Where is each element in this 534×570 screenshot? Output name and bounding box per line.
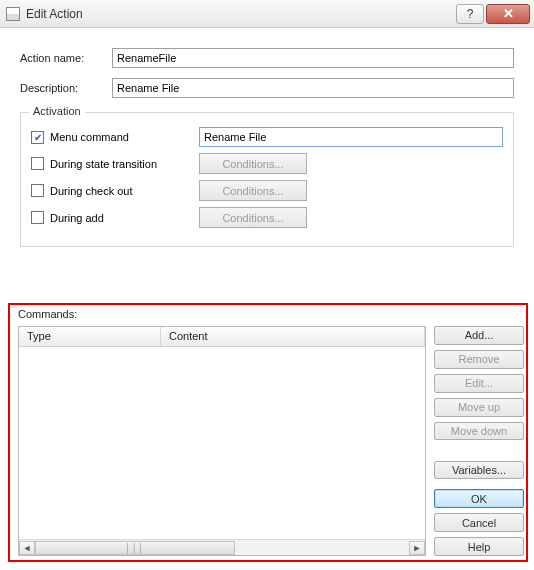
action-name-input[interactable] [112,48,514,68]
commands-table-header: Type Content [19,327,425,347]
commands-label: Commands: [18,308,524,320]
commands-area: Commands: Type Content ◄ │││ ► Add... R [12,308,524,556]
button-column: Add... Remove Edit... Move up Move down … [434,326,524,556]
during-add-label: During add [50,212,104,224]
titlebar-help-button[interactable]: ? [456,4,484,24]
scroll-thumb[interactable]: │││ [35,541,235,555]
menu-command-input[interactable] [199,127,503,147]
app-icon [6,7,20,21]
add-button[interactable]: Add... [434,326,524,345]
variables-button[interactable]: Variables... [434,461,524,480]
during-checkout-row: During check out Conditions... [31,180,503,201]
activation-legend: Activation [29,105,85,117]
scroll-track[interactable]: │││ [35,541,409,555]
horizontal-scrollbar[interactable]: ◄ │││ ► [19,539,425,555]
during-state-row: During state transition Conditions... [31,153,503,174]
during-state-label: During state transition [50,158,157,170]
title-bar: Edit Action ? ✕ [0,0,534,28]
edit-button[interactable]: Edit... [434,374,524,393]
menu-command-row: Menu command [31,127,503,147]
action-name-label: Action name: [20,52,112,64]
description-row: Description: [20,78,522,98]
description-label: Description: [20,82,112,94]
cancel-button[interactable]: Cancel [434,513,524,532]
activation-group: Activation Menu command During state tra… [20,112,514,247]
commands-table: Type Content ◄ │││ ► [18,326,426,556]
column-content[interactable]: Content [161,327,425,346]
scroll-left-arrow[interactable]: ◄ [19,541,35,555]
moveup-button[interactable]: Move up [434,398,524,417]
commands-table-body[interactable] [19,347,425,539]
during-add-checkbox[interactable] [31,211,44,224]
movedown-button[interactable]: Move down [434,422,524,441]
during-add-conditions-button[interactable]: Conditions... [199,207,307,228]
during-add-row: During add Conditions... [31,207,503,228]
titlebar-close-button[interactable]: ✕ [486,4,530,24]
during-checkout-checkbox[interactable] [31,184,44,197]
column-type[interactable]: Type [19,327,161,346]
ok-button[interactable]: OK [434,489,524,508]
during-checkout-conditions-button[interactable]: Conditions... [199,180,307,201]
remove-button[interactable]: Remove [434,350,524,369]
window-title: Edit Action [26,7,454,21]
during-checkout-label: During check out [50,185,133,197]
dialog-body: Action name: Description: Activation Men… [0,28,534,570]
description-input[interactable] [112,78,514,98]
during-state-checkbox[interactable] [31,157,44,170]
during-state-conditions-button[interactable]: Conditions... [199,153,307,174]
scroll-right-arrow[interactable]: ► [409,541,425,555]
menu-command-checkbox[interactable] [31,131,44,144]
action-name-row: Action name: [20,48,522,68]
menu-command-label: Menu command [50,131,129,143]
help-button[interactable]: Help [434,537,524,556]
